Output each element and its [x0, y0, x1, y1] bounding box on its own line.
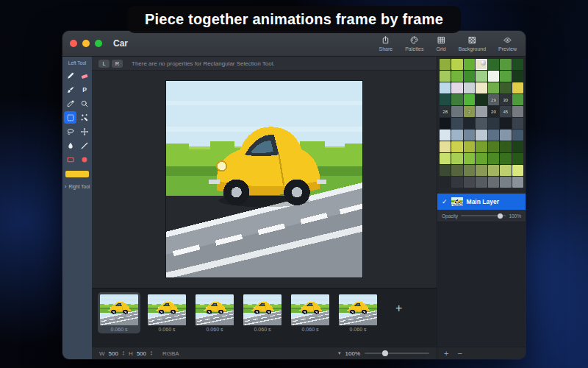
- palette-swatch-32[interactable]: 20: [488, 106, 499, 117]
- palette-swatch-29[interactable]: [451, 106, 462, 117]
- palette-swatch-0[interactable]: [440, 59, 451, 70]
- palette-swatch-55[interactable]: [512, 141, 523, 152]
- palette-swatch-35[interactable]: [440, 118, 451, 129]
- tool-pencil[interactable]: [64, 69, 76, 82]
- palette-swatch-53[interactable]: [488, 141, 499, 152]
- zoom-slider-knob[interactable]: [382, 350, 388, 356]
- palette-swatch-49[interactable]: [440, 141, 451, 152]
- palette-swatch-56[interactable]: [440, 153, 451, 164]
- palette-swatch-34[interactable]: [512, 106, 523, 117]
- palette-swatch-13[interactable]: [512, 71, 523, 82]
- right-tool-toggle[interactable]: R: [112, 60, 123, 68]
- palette-swatch-36[interactable]: [451, 118, 462, 129]
- palette-swatch-62[interactable]: [512, 153, 523, 164]
- palette-swatch-1[interactable]: [451, 59, 462, 70]
- palette-swatch-54[interactable]: [500, 141, 511, 152]
- palette-swatch-26[interactable]: 30: [500, 94, 511, 105]
- palette-swatch-51[interactable]: [464, 141, 475, 152]
- timeline-frame-6[interactable]: 0.060 s: [337, 292, 379, 333]
- zoom-value[interactable]: 100%: [345, 350, 360, 357]
- toolbar-palettes-button[interactable]: Palettes: [405, 35, 423, 52]
- palette-swatch-64[interactable]: [451, 165, 462, 176]
- palette-swatch-27[interactable]: [512, 94, 523, 105]
- palette-swatch-11[interactable]: [488, 71, 499, 82]
- timeline-frame-1[interactable]: 0.060 s: [98, 292, 140, 333]
- tool-magic-wand[interactable]: [78, 111, 90, 124]
- timeline-frame-5[interactable]: 0.060 s: [289, 292, 331, 333]
- add-frame-button[interactable]: +: [395, 302, 402, 314]
- palette-swatch-14[interactable]: [440, 82, 451, 93]
- palette-swatch-21[interactable]: [440, 94, 451, 105]
- toolbar-share-button[interactable]: Share: [379, 35, 393, 52]
- palette-swatch-58[interactable]: [464, 153, 475, 164]
- palette-swatch-25[interactable]: 29: [488, 94, 499, 105]
- palette-swatch-48[interactable]: [512, 130, 523, 141]
- minimize-button[interactable]: [82, 40, 90, 47]
- palette-swatch-43[interactable]: [451, 130, 462, 141]
- palette-swatch-31[interactable]: [476, 106, 487, 117]
- palette-swatch-73[interactable]: [476, 177, 487, 188]
- palette-swatch-46[interactable]: [488, 130, 499, 141]
- tool-line[interactable]: [78, 139, 90, 152]
- canvas-artwork[interactable]: [166, 81, 362, 277]
- palette-swatch-24[interactable]: [476, 94, 487, 105]
- opacity-slider[interactable]: [461, 215, 506, 216]
- palette-swatch-52[interactable]: [476, 141, 487, 152]
- tool-ellipse-shape[interactable]: [78, 153, 90, 166]
- layer-visibility-check-icon[interactable]: ✓: [442, 198, 448, 205]
- opacity-slider-knob[interactable]: [498, 213, 503, 219]
- timeline-frame-2[interactable]: 0.060 s: [146, 292, 188, 333]
- palette-swatch-47[interactable]: [500, 130, 511, 141]
- palette-swatch-61[interactable]: [500, 153, 511, 164]
- palette-swatch-38[interactable]: [476, 118, 487, 129]
- palette-swatch-45[interactable]: [476, 130, 487, 141]
- window-titlebar[interactable]: Car SharePalettesGridBackgroundPreview: [62, 31, 526, 57]
- palette-swatch-4[interactable]: [488, 59, 499, 70]
- right-tool-section[interactable]: › Right Tool: [65, 184, 90, 189]
- tool-move[interactable]: [78, 125, 90, 138]
- close-button[interactable]: [70, 40, 77, 47]
- toolbar-preview-button[interactable]: Preview: [498, 35, 517, 52]
- palette-swatch-22[interactable]: [451, 94, 462, 105]
- toolbar-background-button[interactable]: Background: [459, 35, 486, 52]
- tool-pattern[interactable]: P: [78, 83, 90, 96]
- zoom-chevron-icon[interactable]: ▾: [338, 350, 341, 356]
- palette-swatch-9[interactable]: [464, 71, 475, 82]
- height-stepper[interactable]: ▲▼: [150, 350, 153, 355]
- palette-swatch-12[interactable]: [500, 71, 511, 82]
- palette-swatch-75[interactable]: [500, 177, 511, 188]
- palette-swatch-59[interactable]: [476, 153, 487, 164]
- palette-swatch-6[interactable]: [512, 59, 523, 70]
- palette-swatch-23[interactable]: [464, 94, 475, 105]
- left-tool-toggle[interactable]: L: [98, 60, 110, 68]
- tool-fill[interactable]: [64, 139, 76, 152]
- timeline-frame-4[interactable]: 0.060 s: [241, 292, 284, 333]
- remove-layer-button[interactable]: −: [457, 350, 462, 358]
- palette-swatch-16[interactable]: [464, 82, 475, 93]
- palette-swatch-50[interactable]: [451, 141, 462, 152]
- palette-swatch-71[interactable]: [451, 177, 462, 188]
- height-value[interactable]: 500: [137, 350, 146, 357]
- width-value[interactable]: 500: [109, 350, 118, 357]
- tool-zoom[interactable]: [78, 97, 90, 110]
- palette-swatch-65[interactable]: [464, 165, 475, 176]
- palette-swatch-10[interactable]: [476, 71, 487, 82]
- palette-swatch-5[interactable]: [500, 59, 511, 70]
- palette-swatch-39[interactable]: [488, 118, 499, 129]
- palette-swatch-74[interactable]: [488, 177, 499, 188]
- palette-swatch-28[interactable]: 28: [440, 106, 451, 117]
- palette-swatch-37[interactable]: [464, 118, 475, 129]
- palette-swatch-33[interactable]: 45: [500, 106, 511, 117]
- palette-swatch-42[interactable]: [440, 130, 451, 141]
- palette-swatch-15[interactable]: [451, 82, 462, 93]
- width-stepper[interactable]: ▲▼: [122, 350, 125, 355]
- palette-swatch-2[interactable]: [464, 59, 475, 70]
- palette-swatch-8[interactable]: [451, 71, 462, 82]
- palette-swatch-18[interactable]: [488, 82, 499, 93]
- zoom-window-button[interactable]: [95, 40, 102, 47]
- palette-swatch-63[interactable]: [440, 165, 451, 176]
- tool-lasso[interactable]: [64, 125, 76, 138]
- palette-swatch-44[interactable]: [464, 130, 475, 141]
- palette-swatch-41[interactable]: [512, 118, 523, 129]
- toolbar-grid-button[interactable]: Grid: [437, 35, 446, 52]
